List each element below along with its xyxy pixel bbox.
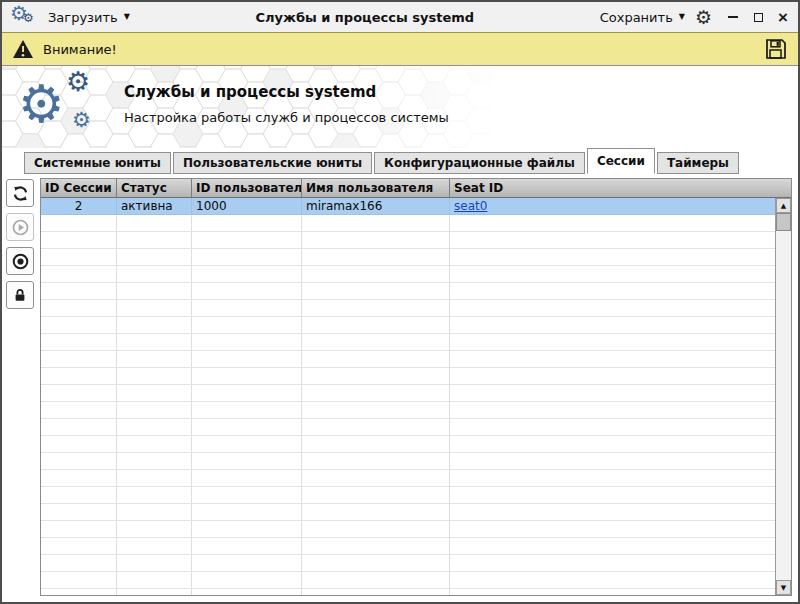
empty-cell (117, 351, 192, 367)
empty-cell (41, 334, 117, 350)
column-header-session-id[interactable]: ID Сессии (41, 179, 117, 197)
gear-icon: ⚙ (23, 12, 34, 24)
warning-banner: Внимание! (2, 32, 798, 66)
tab-system-units[interactable]: Системные юниты (24, 152, 171, 174)
cell-user-id: 1000 (192, 198, 302, 214)
empty-cell (450, 283, 775, 299)
empty-cell (41, 283, 117, 299)
minimize-button[interactable] (726, 10, 740, 24)
empty-cell (192, 436, 302, 452)
empty-cell (117, 266, 192, 282)
empty-cell (192, 215, 302, 231)
empty-cell (192, 538, 302, 554)
gear-icon: ⚙ (72, 110, 91, 131)
empty-cell (302, 215, 450, 231)
empty-cell (192, 283, 302, 299)
empty-cell (192, 521, 302, 537)
load-dropdown-button[interactable]: Загрузить ▼ (48, 10, 130, 25)
tab-config-files[interactable]: Конфигурационные файлы (374, 152, 585, 174)
empty-cell (117, 283, 192, 299)
scrollbar-track[interactable] (776, 231, 791, 580)
tab-user-units[interactable]: Пользовательские юниты (173, 152, 372, 174)
gears-logo: ⚙ ⚙ ⚙ (18, 68, 118, 146)
scrollbar-thumb[interactable] (776, 213, 791, 231)
refresh-button[interactable] (6, 179, 34, 207)
tab-timers[interactable]: Таймеры (657, 152, 739, 174)
empty-cell (192, 589, 302, 595)
window-title: Службы и процессы systemd (140, 10, 590, 25)
empty-cell (41, 232, 117, 248)
empty-cell (41, 538, 117, 554)
empty-cell (192, 555, 302, 571)
table-row-empty (41, 266, 775, 283)
table-row-empty (41, 419, 775, 436)
empty-cell (302, 487, 450, 503)
empty-cell (41, 385, 117, 401)
empty-cell (450, 419, 775, 435)
table-row-empty (41, 351, 775, 368)
tab-sessions[interactable]: Сессии (587, 148, 655, 174)
empty-cell (117, 317, 192, 333)
empty-cell (41, 555, 117, 571)
table-row-empty (41, 283, 775, 300)
cell-session-id: 2 (41, 198, 117, 214)
column-header-user-name[interactable]: Имя пользователя (302, 179, 450, 197)
empty-cell (192, 385, 302, 401)
empty-cell (41, 266, 117, 282)
settings-gear-button[interactable]: ⚙ (695, 8, 712, 27)
lock-icon (12, 287, 28, 303)
save-dropdown-button[interactable]: Сохранить ▼ (600, 10, 685, 25)
empty-cell (450, 521, 775, 537)
start-button[interactable] (6, 213, 34, 241)
empty-cell (450, 538, 775, 554)
table-body: 2 активна 1000 miramax166 seat0 (41, 198, 775, 595)
seat-id-link[interactable]: seat0 (454, 199, 487, 213)
empty-cell (192, 572, 302, 588)
empty-cell (41, 470, 117, 486)
table-row[interactable]: 2 активна 1000 miramax166 seat0 (41, 198, 775, 215)
empty-cell (450, 504, 775, 520)
empty-cell (302, 589, 450, 595)
table-row-empty (41, 572, 775, 589)
app-window: ⚙ ⚙ Загрузить ▼ Службы и процессы system… (0, 0, 800, 604)
empty-cell (450, 215, 775, 231)
gear-icon: ⚙ (66, 68, 90, 95)
empty-cell (302, 555, 450, 571)
empty-cell (117, 334, 192, 350)
save-file-button[interactable] (764, 37, 788, 61)
empty-cell (302, 504, 450, 520)
column-header-user-id[interactable]: ID пользователя (192, 179, 302, 197)
table-row-empty (41, 453, 775, 470)
scroll-up-button[interactable]: ▲ (776, 198, 791, 213)
table-body-area: 2 активна 1000 miramax166 seat0 ▲ ▼ (41, 198, 791, 595)
empty-cell (117, 300, 192, 316)
table-row-empty (41, 300, 775, 317)
scroll-down-button[interactable]: ▼ (776, 580, 791, 595)
empty-cell (302, 368, 450, 384)
empty-cell (302, 283, 450, 299)
cell-user-name: miramax166 (302, 198, 450, 214)
empty-cell (117, 232, 192, 248)
empty-cell (41, 589, 117, 595)
empty-cell (117, 453, 192, 469)
table-row-empty (41, 249, 775, 266)
close-button[interactable]: × (776, 10, 790, 24)
empty-cell (302, 317, 450, 333)
empty-cell (41, 504, 117, 520)
empty-cell (192, 419, 302, 435)
column-header-seat-id[interactable]: Seat ID (450, 179, 791, 197)
column-header-status[interactable]: Статус (117, 179, 192, 197)
maximize-button[interactable] (751, 10, 765, 24)
empty-cell (302, 249, 450, 265)
window-controls: × (726, 10, 790, 24)
vertical-scrollbar[interactable]: ▲ ▼ (775, 198, 791, 595)
empty-cell (302, 453, 450, 469)
page-subtitle: Настройка работы служб и процессов систе… (124, 110, 449, 125)
app-gears-icon: ⚙ ⚙ (10, 4, 38, 30)
lock-button[interactable] (6, 281, 34, 309)
stop-button[interactable] (6, 247, 34, 275)
empty-cell (41, 487, 117, 503)
empty-cell (450, 317, 775, 333)
empty-cell (192, 453, 302, 469)
page-header: ⚙ ⚙ ⚙ Службы и процессы systemd Настройк… (2, 66, 798, 148)
